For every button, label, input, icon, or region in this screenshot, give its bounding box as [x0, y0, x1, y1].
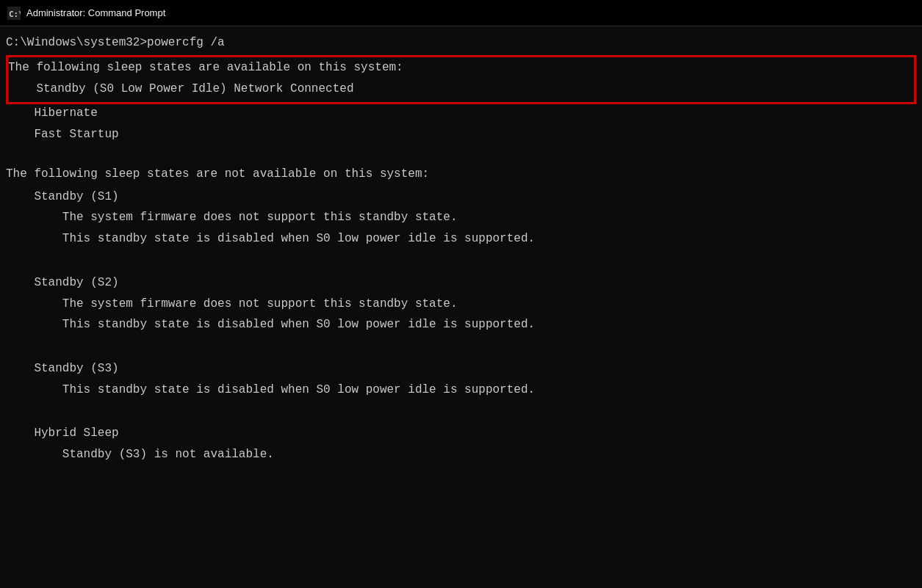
command-prompt-line: C:\Windows\system32>powercfg /a	[6, 34, 916, 52]
cmd-icon: C:\	[7, 7, 21, 20]
standby-s1-reason-1: This standby state is disabled when S0 l…	[6, 230, 916, 248]
title-bar: C:\ Administrator: Command Prompt	[0, 0, 922, 26]
available-state-0: Standby (S0 Low Power Idle) Network Conn…	[8, 80, 914, 98]
highlight-block: The following sleep states are available…	[6, 55, 916, 105]
hybrid-sleep-section: Hybrid Sleep Standby (S3) is not availab…	[6, 424, 916, 464]
available-state-2: Fast Startup	[6, 126, 916, 144]
standby-s1-section: Standby (S1) The system firmware does no…	[6, 188, 916, 248]
standby-s2-reason-1: This standby state is disabled when S0 l…	[6, 316, 916, 334]
standby-s1-reason-0: The system firmware does not support thi…	[6, 208, 916, 227]
unavailable-header: The following sleep states are not avail…	[6, 165, 916, 184]
standby-s3-reason-0: This standby state is disabled when S0 l…	[6, 381, 916, 399]
hybrid-sleep-name: Hybrid Sleep	[6, 424, 916, 443]
standby-s1-name: Standby (S1)	[6, 188, 916, 206]
terminal-body: C:\Windows\system32>powercfg /a The foll…	[0, 26, 922, 588]
available-state-1: Hibernate	[6, 104, 916, 123]
available-header: The following sleep states are available…	[8, 59, 914, 77]
standby-s2-name: Standby (S2)	[6, 274, 916, 292]
window-title: Administrator: Command Prompt	[26, 7, 165, 18]
standby-s2-reason-0: The system firmware does not support thi…	[6, 295, 916, 313]
hybrid-sleep-reason-0: Standby (S3) is not available.	[6, 446, 916, 464]
standby-s3-name: Standby (S3)	[6, 360, 916, 378]
svg-text:C:\: C:\	[9, 10, 21, 19]
standby-s2-section: Standby (S2) The system firmware does no…	[6, 274, 916, 334]
standby-s3-section: Standby (S3) This standby state is disab…	[6, 360, 916, 399]
